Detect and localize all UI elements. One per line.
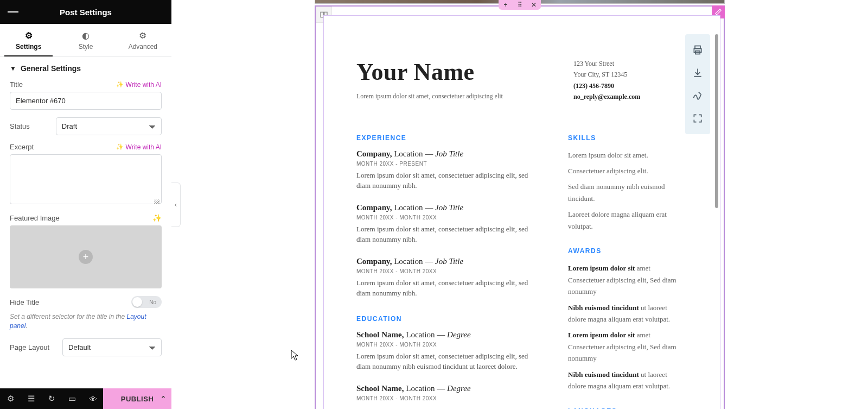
field-page-layout: Page Layout Default [10, 338, 162, 356]
resume-document: Your Name Lorem ipsum dolor sit amet, co… [325, 17, 713, 409]
experience-item: Company, Location — Job Title MONTH 20XX… [356, 257, 539, 299]
tab-advanced[interactable]: ⚙ Advanced [114, 24, 171, 56]
featured-image-picker[interactable]: + [10, 225, 162, 288]
section-general[interactable]: ▼ General Settings [10, 64, 162, 73]
section-heading: General Settings [21, 64, 81, 73]
write-with-ai-title[interactable]: Write with AI [116, 81, 162, 89]
sign-icon[interactable] [685, 84, 710, 107]
field-featured-image: Featured Image ✨ + [10, 213, 162, 288]
hide-title-toggle[interactable]: No [131, 296, 162, 308]
doc-float-toolbar [685, 34, 710, 134]
publish-button[interactable]: PUBLISH ⌃ [103, 388, 171, 409]
skill-item: Sed diam nonummy nibh euismod tincidunt. [568, 181, 682, 204]
close-section-icon[interactable]: ✕ [527, 0, 541, 10]
doc-scrollbar[interactable] [715, 34, 718, 208]
status-select[interactable]: Draft [56, 117, 162, 135]
resume-subtitle: Lorem ipsum dolor sit amet, consectetuer… [356, 92, 503, 100]
contact-city: Your City, ST 12345 [573, 69, 682, 80]
field-hide-title: Hide Title No Set a different selector f… [10, 296, 162, 331]
section-awards-heading: AWARDS [568, 247, 682, 255]
collapse-panel-handle[interactable]: ‹ [171, 183, 181, 227]
preview-icon[interactable]: 👁 [82, 388, 103, 409]
contact-phone: (123) 456-7890 [573, 80, 682, 91]
drag-section-icon[interactable]: ⠿ [513, 0, 527, 10]
hide-title-hint: Set a different selector for the title i… [10, 312, 162, 331]
publish-label: PUBLISH [121, 395, 154, 403]
field-status: Status Draft [10, 117, 162, 135]
navigator-icon[interactable]: ☰ [21, 388, 41, 409]
excerpt-label: Excerpt [10, 143, 34, 151]
caret-down-icon: ▼ [10, 65, 16, 72]
add-section-icon[interactable]: + [499, 0, 513, 10]
editor-canvas: + ⠿ ✕ Your Name [171, 0, 868, 409]
experience-item: Company, Location — Job Title MONTH 20XX… [356, 203, 539, 245]
award-item: Lorem ipsum dolor sit amet Consectetuer … [568, 329, 682, 364]
panel-body: ▼ General Settings Title Write with AI S… [0, 56, 171, 388]
gear-icon: ⚙ [0, 30, 57, 41]
contact-email: no_reply@example.com [573, 91, 682, 102]
resume-contact: 123 Your Street Your City, ST 12345 (123… [573, 58, 682, 103]
skill-item: Consectetuer adipiscing elit. [568, 165, 682, 177]
excerpt-textarea[interactable] [10, 154, 162, 204]
page-layout-label: Page Layout [10, 343, 49, 351]
tab-settings[interactable]: ⚙ Settings [0, 24, 57, 56]
contrast-icon: ◐ [57, 30, 114, 41]
panel-bottom-bar: ⚙ ☰ ↻ ▭ 👁 PUBLISH ⌃ [0, 388, 171, 409]
field-excerpt: Excerpt Write with AI [10, 143, 162, 206]
tab-label: Settings [16, 43, 41, 51]
skill-item: Laoreet dolore magna aliquam erat volutp… [568, 209, 682, 232]
gear-icon: ⚙ [114, 30, 171, 41]
responsive-icon[interactable]: ▭ [62, 388, 82, 409]
status-label: Status [10, 122, 30, 130]
chevron-up-icon[interactable]: ⌃ [161, 395, 167, 402]
history-icon[interactable]: ↻ [41, 388, 62, 409]
title-label: Title [10, 80, 23, 89]
resize-grip-icon[interactable] [154, 199, 159, 204]
panel-tabs: ⚙ Settings ◐ Style ⚙ Advanced [0, 24, 171, 56]
title-input[interactable] [10, 92, 162, 110]
tab-style[interactable]: ◐ Style [57, 24, 114, 56]
section-handle: + ⠿ ✕ [499, 0, 541, 10]
section-education-heading: EDUCATION [356, 315, 539, 323]
plus-icon: + [79, 250, 93, 264]
menu-icon[interactable] [8, 7, 18, 17]
skill-item: Lorem ipsum dolor sit amet. [568, 149, 682, 161]
panel-header: Post Settings [0, 0, 171, 24]
section-experience-heading: EXPERIENCE [356, 134, 539, 142]
doc-viewport: Your Name Lorem ipsum dolor sit amet, co… [325, 17, 713, 409]
section-skills-heading: SKILLS [568, 134, 682, 142]
education-item: School Name, Location — Degree MONTH 20X… [356, 330, 539, 372]
tab-label: Advanced [129, 43, 157, 51]
tab-label: Style [79, 43, 93, 51]
print-icon[interactable] [685, 39, 710, 61]
write-with-ai-excerpt[interactable]: Write with AI [116, 143, 162, 151]
section-languages-heading: LANGUAGES [568, 407, 682, 409]
award-item: Nibh euismod tincidunt ut laoreet dolore… [568, 302, 682, 325]
page-layout-select[interactable]: Default [62, 338, 162, 356]
settings-panel: Post Settings ⚙ Settings ◐ Style ⚙ Advan… [0, 0, 172, 409]
doc-inner-frame: Your Name Lorem ipsum dolor sit amet, co… [323, 15, 720, 409]
widgets-grid-icon[interactable] [153, 7, 164, 17]
hide-title-label: Hide Title [10, 298, 39, 306]
download-icon[interactable] [685, 61, 710, 84]
featured-label: Featured Image [10, 214, 60, 222]
selected-widget-container[interactable]: Your Name Lorem ipsum dolor sit amet, co… [315, 5, 725, 409]
fullscreen-icon[interactable] [685, 107, 710, 130]
mouse-cursor-icon [291, 350, 298, 361]
ai-sparkle-icon[interactable]: ✨ [152, 213, 162, 222]
experience-item: Company, Location — Job Title MONTH 20XX… [356, 149, 539, 191]
resume-name: Your Name [356, 58, 503, 86]
education-item: School Name, Location — Degree MONTH 20X… [356, 384, 539, 401]
toggle-state: No [149, 299, 156, 305]
award-item: Nibh euismod tincidunt ut laoreet dolore… [568, 369, 682, 392]
field-title: Title Write with AI [10, 80, 162, 110]
panel-title: Post Settings [60, 8, 112, 17]
award-item: Lorem ipsum dolor sit amet Consectetuer … [568, 262, 682, 297]
contact-street: 123 Your Street [573, 58, 682, 69]
page-settings-icon[interactable]: ⚙ [0, 388, 21, 409]
